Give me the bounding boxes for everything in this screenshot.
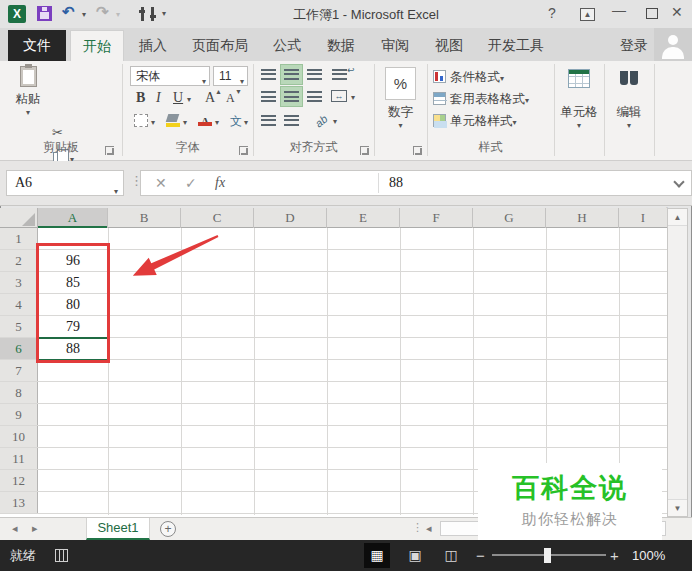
cells-button[interactable] <box>554 69 604 88</box>
name-box-dropdown-icon[interactable]: ▾ <box>114 180 118 204</box>
zoom-in-button[interactable]: + <box>610 540 619 571</box>
select-all-corner[interactable] <box>0 208 38 228</box>
editing-button[interactable] <box>604 71 654 85</box>
row-header-6[interactable]: 6 <box>0 338 38 359</box>
ribbon-display-options-button[interactable]: ▲ <box>580 8 595 21</box>
italic-button[interactable]: I <box>156 90 161 106</box>
tab-data[interactable]: 数据 <box>316 30 366 61</box>
row-header-4[interactable]: 4 <box>0 294 38 315</box>
merge-dropdown-icon[interactable]: ▾ <box>351 93 355 102</box>
row-header-5[interactable]: 5 <box>0 316 38 337</box>
orientation-dropdown-icon[interactable]: ▾ <box>333 117 337 126</box>
bold-button[interactable]: B <box>136 90 145 106</box>
tab-home[interactable]: 开始 <box>70 30 124 61</box>
page-break-view-button[interactable]: ◫ <box>438 543 464 568</box>
tab-formulas[interactable]: 公式 <box>262 30 312 61</box>
row-header-10[interactable]: 10 <box>0 426 38 447</box>
cells-dropdown-icon[interactable]: ▾ <box>554 121 604 130</box>
macro-record-icon[interactable] <box>55 549 68 562</box>
tab-page-layout[interactable]: 页面布局 <box>182 30 258 61</box>
row-header-12[interactable]: 12 <box>0 470 38 491</box>
scroll-down-icon[interactable]: ▼ <box>668 499 687 516</box>
normal-view-button[interactable]: ▦ <box>364 543 390 568</box>
number-dialog-launcher[interactable] <box>413 146 422 155</box>
redo-dropdown-icon[interactable]: ▾ <box>116 10 120 19</box>
align-left-button[interactable] <box>258 87 279 106</box>
qat-customize-icon[interactable]: ▾ <box>162 9 166 18</box>
sign-in-link[interactable]: 登录 <box>620 30 648 61</box>
row-header-11[interactable]: 11 <box>0 448 38 469</box>
align-top-button[interactable] <box>258 65 279 84</box>
vertical-scrollbar[interactable]: ▲ ▼ <box>667 208 688 517</box>
fill-color-button[interactable] <box>166 114 180 127</box>
decrease-indent-button[interactable] <box>258 111 279 130</box>
enter-button[interactable]: ✓ <box>185 171 197 195</box>
phonetic-dropdown-icon[interactable]: ▾ <box>244 118 248 127</box>
tab-insert[interactable]: 插入 <box>128 30 178 61</box>
column-header-h[interactable]: H <box>546 208 619 228</box>
underline-dropdown-icon[interactable]: ▾ <box>187 95 191 104</box>
expand-formula-bar-icon[interactable] <box>673 176 684 187</box>
undo-dropdown-icon[interactable]: ▾ <box>82 10 86 19</box>
sheet-nav-right-icon[interactable]: ▸ <box>32 522 38 535</box>
cancel-button[interactable]: ✕ <box>155 171 167 195</box>
font-family-select[interactable]: 宋体 ▾ <box>130 66 210 86</box>
save-button[interactable] <box>37 6 52 21</box>
font-color-dropdown-icon[interactable]: ▾ <box>215 118 219 127</box>
format-as-table-button[interactable]: 套用表格格式▾ <box>433 89 529 107</box>
row-header-2[interactable]: 2 <box>0 250 38 271</box>
phonetic-button[interactable]: 文 <box>230 113 242 130</box>
add-sheet-button[interactable]: + <box>160 521 176 537</box>
font-color-button[interactable]: A <box>198 112 212 125</box>
page-layout-view-button[interactable]: ▣ <box>402 543 428 568</box>
font-dialog-launcher[interactable] <box>239 146 248 155</box>
formula-bar-value[interactable]: 88 <box>389 171 403 195</box>
merge-center-button[interactable]: ↔ <box>331 90 347 102</box>
hscroll-left-icon[interactable]: ◂ <box>426 522 432 535</box>
fill-dropdown-icon[interactable]: ▾ <box>183 118 187 127</box>
column-header-c[interactable]: C <box>181 208 254 228</box>
avatar[interactable] <box>654 28 692 61</box>
align-center-button[interactable] <box>281 87 302 106</box>
editing-group-button-label[interactable]: 编辑 <box>604 104 654 121</box>
name-box[interactable]: A6 ▾ <box>6 170 124 196</box>
row-header-9[interactable]: 9 <box>0 404 38 425</box>
shrink-font-button[interactable]: A <box>226 91 235 106</box>
font-size-select[interactable]: 11 ▾ <box>213 66 248 86</box>
zoom-level[interactable]: 100% <box>632 540 665 571</box>
scroll-up-icon[interactable]: ▲ <box>668 209 687 226</box>
minimize-button[interactable]: — <box>612 2 626 18</box>
number-format-button[interactable]: % <box>385 67 416 100</box>
clipboard-dialog-launcher[interactable] <box>105 146 114 155</box>
sheet-nav-left-icon[interactable]: ◂ <box>12 522 18 535</box>
zoom-out-button[interactable]: − <box>476 540 485 571</box>
row-header-1[interactable]: 1 <box>0 228 38 249</box>
maximize-button[interactable] <box>646 8 658 19</box>
row-header-3[interactable]: 3 <box>0 272 38 293</box>
grow-font-button[interactable]: A <box>205 90 215 106</box>
borders-button[interactable] <box>134 114 148 127</box>
increase-indent-button[interactable] <box>281 111 302 130</box>
insert-function-button[interactable]: fx <box>215 171 225 195</box>
paste-dropdown-icon[interactable]: ▾ <box>10 108 46 117</box>
column-header-a[interactable]: A <box>38 208 108 228</box>
column-header-f[interactable]: F <box>400 208 473 228</box>
row-header-7[interactable]: 7 <box>0 360 38 381</box>
column-header-d[interactable]: D <box>254 208 327 228</box>
close-button[interactable]: ✕ <box>671 4 683 20</box>
tab-developer[interactable]: 开发工具 <box>478 30 554 61</box>
underline-button[interactable]: U <box>173 90 183 106</box>
borders-dropdown-icon[interactable]: ▾ <box>151 118 155 127</box>
column-header-i[interactable]: I <box>619 208 667 228</box>
align-bottom-button[interactable] <box>304 65 325 84</box>
cut-button[interactable]: ✂ <box>52 125 63 140</box>
zoom-slider-thumb[interactable] <box>544 548 551 563</box>
number-dropdown-icon[interactable]: ▾ <box>374 121 427 130</box>
sheetbar-dots-icon[interactable]: ⋮ <box>412 521 423 534</box>
alignment-dialog-launcher[interactable] <box>360 146 369 155</box>
sheet-tab-sheet1[interactable]: Sheet1 <box>86 518 150 540</box>
column-header-e[interactable]: E <box>327 208 400 228</box>
align-middle-button[interactable] <box>281 65 302 84</box>
tab-view[interactable]: 视图 <box>424 30 474 61</box>
align-right-button[interactable] <box>304 87 325 106</box>
